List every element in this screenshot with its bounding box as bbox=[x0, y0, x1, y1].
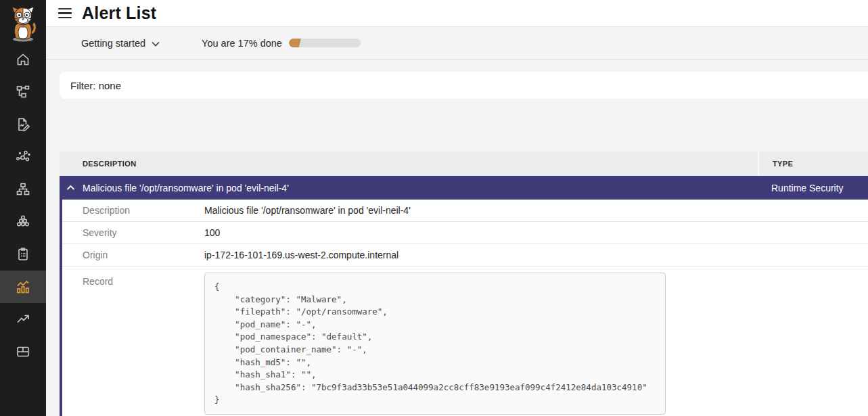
page-content: Filter: none DESCRIPTION TYPE Malicious … bbox=[46, 60, 868, 416]
document-edit-icon bbox=[15, 116, 31, 133]
getting-started-bar: Getting started You are 17% done bbox=[46, 27, 868, 60]
network-nodes-icon bbox=[15, 149, 31, 165]
alert-description: Malicious file '/opt/ransomware' in pod … bbox=[83, 183, 289, 193]
detail-value: Malicious file '/opt/ransomware' in pod … bbox=[204, 205, 411, 216]
column-header-description: DESCRIPTION bbox=[60, 152, 758, 176]
sidebar-item-workload-graph[interactable] bbox=[0, 76, 46, 108]
sidebar-item-hierarchy[interactable] bbox=[0, 173, 46, 206]
getting-started-dropdown[interactable]: Getting started bbox=[81, 38, 160, 49]
detail-label: Severity bbox=[62, 227, 204, 238]
main-area: Alert List Getting started You are 17% d… bbox=[46, 0, 868, 416]
hierarchy-icon bbox=[15, 181, 31, 198]
storage-box-icon bbox=[15, 344, 31, 360]
sidebar-item-cluster-group[interactable] bbox=[0, 206, 46, 238]
detail-row-origin: Origin ip-172-16-101-169.us-west-2.compu… bbox=[62, 244, 868, 267]
hamburger-menu-icon[interactable] bbox=[58, 8, 72, 19]
chevron-up-icon[interactable] bbox=[66, 185, 75, 191]
sidebar-item-report-edit[interactable] bbox=[0, 108, 46, 141]
filter-label: Filter: none bbox=[70, 80, 121, 91]
detail-row-severity: Severity 100 bbox=[62, 222, 868, 244]
detail-row-record: Record { "category": "Malware", "filepat… bbox=[62, 267, 868, 416]
progress-status-text: You are 17% done bbox=[202, 38, 282, 49]
top-header: Alert List bbox=[46, 0, 868, 27]
page-title: Alert List bbox=[82, 3, 156, 23]
workload-graph-icon bbox=[15, 84, 31, 100]
table-header-row: DESCRIPTION TYPE bbox=[60, 152, 868, 176]
detail-row-description: Description Malicious file '/opt/ransomw… bbox=[62, 200, 868, 222]
detail-value: ip-172-16-101-169.us-west-2.compute.inte… bbox=[204, 250, 398, 260]
alerts-table: DESCRIPTION TYPE Malicious file '/opt/ra… bbox=[60, 152, 868, 416]
alerts-analytics-icon bbox=[14, 278, 32, 296]
chevron-down-icon bbox=[152, 38, 160, 49]
sidebar-item-home[interactable] bbox=[0, 43, 46, 76]
alert-details-panel: Description Malicious file '/opt/ransomw… bbox=[60, 200, 868, 416]
app-logo[interactable] bbox=[0, 0, 46, 43]
trending-up-icon bbox=[15, 311, 31, 327]
detail-value: 100 bbox=[204, 227, 220, 238]
record-json-content: { "category": "Malware", "filepath": "/o… bbox=[214, 281, 656, 407]
sidebar-item-checklist[interactable] bbox=[0, 238, 46, 271]
sidebar bbox=[0, 0, 46, 416]
cat-mascot-icon bbox=[6, 5, 40, 45]
sidebar-item-alerts[interactable] bbox=[0, 271, 46, 303]
detail-label: Origin bbox=[62, 250, 204, 260]
alert-type: Runtime Security bbox=[758, 183, 868, 193]
home-icon bbox=[15, 51, 31, 68]
progress-bar bbox=[289, 39, 361, 47]
filter-bar[interactable]: Filter: none bbox=[60, 72, 868, 99]
alert-row-expanded[interactable]: Malicious file '/opt/ransomware' in pod … bbox=[60, 176, 868, 200]
clipboard-icon bbox=[15, 246, 31, 262]
column-header-type: TYPE bbox=[758, 152, 868, 176]
detail-label: Description bbox=[62, 205, 204, 216]
sidebar-item-storage-box[interactable] bbox=[0, 336, 46, 368]
sidebar-item-network-nodes[interactable] bbox=[0, 141, 46, 173]
record-json-block: { "category": "Malware", "filepath": "/o… bbox=[204, 273, 666, 415]
detail-label: Record bbox=[62, 273, 204, 287]
cluster-group-icon bbox=[15, 214, 31, 230]
sidebar-item-trending[interactable] bbox=[0, 303, 46, 336]
progress-bar-fill bbox=[289, 39, 301, 47]
